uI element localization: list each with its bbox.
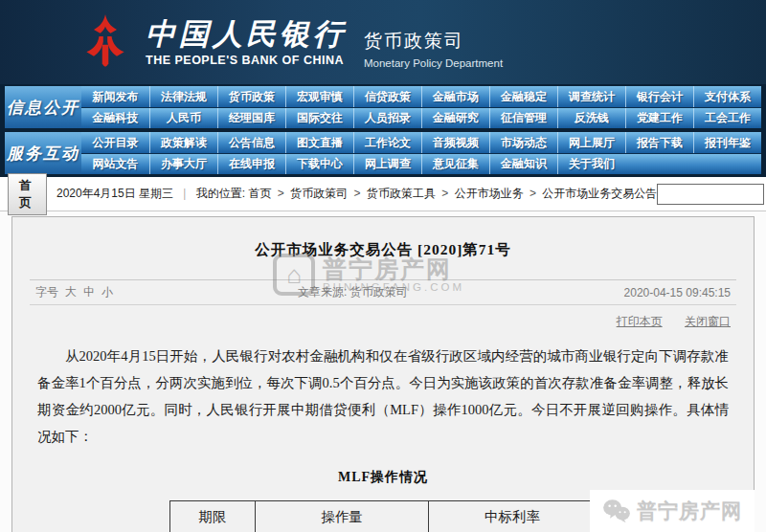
corner-watermark-text: 普宁房产网	[637, 498, 742, 524]
nav-item[interactable]: 宏观审慎	[285, 86, 353, 107]
nav-item[interactable]: 报告下载	[625, 132, 693, 153]
nav-item[interactable]: 国际交往	[285, 108, 353, 128]
nav-item[interactable]: 市场动态	[489, 132, 557, 153]
nav-item[interactable]: 工作论文	[353, 132, 421, 153]
nav-group-info-disclosure: 信息公开 新闻发布 法律法规 货币政策 宏观审慎 信贷政策 金融市场 金融稳定 …	[5, 86, 761, 128]
nav-item[interactable]: 金融研究	[421, 108, 489, 128]
nav-item[interactable]: 图文直播	[285, 132, 353, 153]
location-label: 我的位置:	[196, 187, 245, 200]
breadcrumb-item-announcements[interactable]: 公开市场业务交易公告	[542, 187, 657, 200]
nav-item[interactable]: 报刊年鉴	[693, 132, 761, 153]
nav-item[interactable]: 金融市场	[421, 86, 489, 107]
date-text: 2020年4月15日 星期三	[56, 186, 173, 202]
bank-name-cn: 中国人民银行	[146, 18, 347, 51]
nav-item[interactable]: 网上展厅	[557, 132, 625, 153]
nav-item[interactable]: 办事大厅	[149, 154, 217, 174]
main-nav: 信息公开 新闻发布 法律法规 货币政策 宏观审慎 信贷政策 金融市场 金融稳定 …	[0, 84, 766, 177]
nav-item[interactable]: 信贷政策	[353, 86, 421, 107]
breadcrumb-separator: >	[354, 187, 361, 200]
font-size-label: 字号	[35, 284, 58, 300]
col-header-term: 期限	[170, 501, 256, 532]
close-window-link[interactable]: 关闭窗口	[685, 315, 731, 328]
nav-item[interactable]: 工会工作	[693, 108, 761, 128]
site-header: 中国人民银行 THE PEOPLE'S BANK OF CHINA 货币政策司 …	[0, 0, 766, 84]
breadcrumb-item-dept[interactable]: 货币政策司	[290, 187, 348, 200]
nav-item[interactable]: 金融科技	[81, 108, 149, 128]
page-title: 公开市场业务交易公告 [2020]第71号	[12, 240, 754, 260]
nav-item[interactable]: 货币政策	[217, 86, 285, 107]
nav-item[interactable]: 银行会计	[625, 86, 693, 107]
font-size-medium-button[interactable]: 中	[83, 284, 95, 300]
font-size-large-button[interactable]: 大	[65, 284, 77, 300]
nav-group-services: 服务互动 公开目录 政策解读 公告信息 图文直播 工作论文 音频视频 市场动态 …	[5, 132, 761, 174]
article-tools: 打印本页 关闭窗口	[12, 305, 754, 330]
breadcrumb-separator: >	[529, 187, 536, 200]
search-input[interactable]	[657, 184, 764, 205]
nav-item[interactable]: 征信管理	[489, 108, 557, 128]
breadcrumb-item-home[interactable]: 首页	[249, 187, 272, 200]
nav-item[interactable]: 金融稳定	[489, 86, 557, 107]
print-page-link[interactable]: 打印本页	[617, 315, 663, 328]
breadcrumb: 我的位置: 首页 > 货币政策司 > 货币政策工具 > 公开市场业务 > 公开市…	[196, 186, 658, 202]
article-datetime: 2020-04-15 09:45:15	[624, 286, 731, 299]
breadcrumb-separator: >	[278, 187, 284, 200]
mlf-operations-table: 期限 操作量 中标利率 1年 1000亿元 2.95%	[169, 500, 597, 532]
nav-row-2: 金融科技 人民币 经理国库 国际交往 人员招录 金融研究 征信管理 反洗钱 党建…	[81, 107, 761, 128]
nav-section-info-disclosure[interactable]: 信息公开	[5, 86, 81, 128]
nav-item[interactable]: 调查统计	[557, 86, 625, 107]
article-panel: 公开市场业务交易公告 [2020]第71号 字号 大 中 小 文章来源: 货币政…	[11, 216, 755, 532]
nav-item[interactable]: 关于我们	[557, 154, 625, 174]
nav-item[interactable]: 金融知识	[489, 154, 557, 174]
nav-item[interactable]: 下载中心	[285, 154, 353, 174]
article-meta: 字号 大 中 小 文章来源: 货币政策司 2020-04-15 09:45:15	[30, 279, 736, 305]
bar-separator: ｜	[179, 186, 191, 202]
nav-item[interactable]: 公告信息	[217, 132, 285, 153]
nav-item[interactable]: 党建工作	[625, 108, 693, 128]
nav-row-filler	[625, 154, 761, 174]
corner-watermark: 普宁房产网	[590, 490, 755, 532]
nav-item[interactable]: 经理国库	[217, 108, 285, 128]
table-header-row: 期限 操作量 中标利率	[170, 501, 597, 532]
nav-row-3: 公开目录 政策解读 公告信息 图文直播 工作论文 音频视频 市场动态 网上展厅 …	[81, 132, 761, 153]
nav-item[interactable]: 在线申报	[217, 154, 285, 174]
nav-item[interactable]: 政策解读	[149, 132, 217, 153]
article-body: 从2020年4月15日开始，人民银行对农村金融机构和仅在省级行政区域内经营的城市…	[37, 343, 729, 450]
nav-item[interactable]: 新闻发布	[81, 86, 149, 107]
breadcrumb-bar: 首 页 2020年4月15日 星期三 ｜ 我的位置: 首页 > 货币政策司 > …	[0, 177, 766, 211]
breadcrumb-separator: >	[441, 187, 448, 200]
nav-item[interactable]: 反洗钱	[557, 108, 625, 128]
nav-item[interactable]: 人民币	[149, 108, 217, 128]
nav-item[interactable]: 网站文告	[81, 154, 149, 174]
article-source: 文章来源: 货币政策司	[298, 284, 408, 300]
nav-item[interactable]: 法律法规	[149, 86, 217, 107]
nav-item[interactable]: 人员招录	[353, 108, 421, 128]
department-name-en: Monetary Policy Department	[364, 57, 503, 69]
nav-row-1: 新闻发布 法律法规 货币政策 宏观审慎 信贷政策 金融市场 金融稳定 调查统计 …	[81, 86, 761, 107]
nav-row-4: 网站文告 办事大厅 在线申报 下载中心 网上调查 意见征集 金融知识 关于我们	[81, 153, 761, 174]
bank-name-en: THE PEOPLE'S BANK OF CHINA	[146, 54, 347, 67]
breadcrumb-item-omo[interactable]: 公开市场业务	[455, 187, 524, 200]
font-size-small-button[interactable]: 小	[101, 284, 113, 300]
nav-item[interactable]: 公开目录	[81, 132, 149, 153]
department-name-cn: 货币政策司	[364, 29, 503, 54]
pboc-logo-icon	[79, 13, 132, 71]
home-button[interactable]: 首 页	[8, 173, 47, 215]
breadcrumb-item-tools[interactable]: 货币政策工具	[367, 187, 436, 200]
nav-item[interactable]: 支付体系	[693, 86, 761, 107]
mlf-table-title: MLF操作情况	[12, 469, 754, 486]
wechat-icon	[602, 499, 631, 523]
nav-item[interactable]: 意见征集	[421, 154, 489, 174]
nav-item[interactable]: 网上调查	[353, 154, 421, 174]
col-header-volume: 操作量	[256, 501, 429, 532]
nav-section-services[interactable]: 服务互动	[5, 132, 81, 174]
nav-item[interactable]: 音频视频	[421, 132, 489, 153]
col-header-rate: 中标利率	[428, 501, 596, 532]
